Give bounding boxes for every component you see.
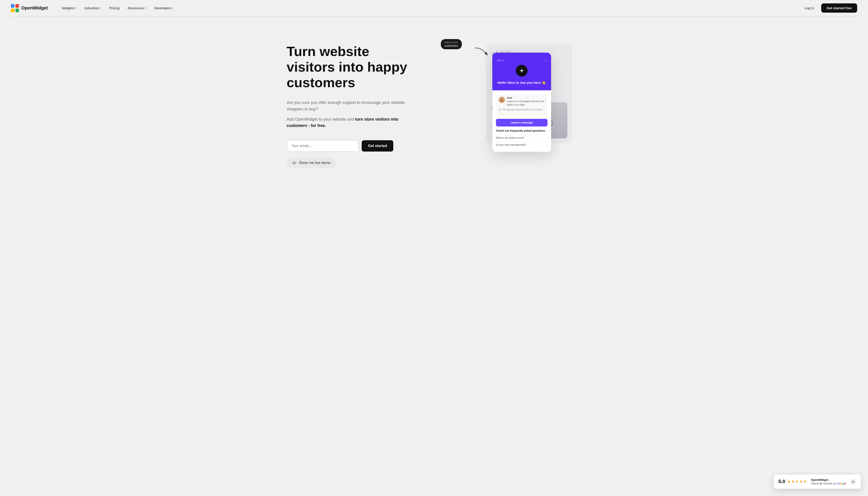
eye-icon [292, 160, 297, 165]
hero-input-row: Get started [287, 140, 418, 152]
nav-item-widgets[interactable]: Widgets ▾ [59, 4, 79, 12]
navigation: OpenWidget Widgets ▾ Industries ▾ Pricin… [0, 0, 868, 16]
nav-item-pricing[interactable]: Pricing [106, 4, 123, 12]
nav-item-developers[interactable]: Developers ▾ [151, 4, 176, 12]
agent-name: Josh [507, 97, 545, 99]
svg-point-4 [293, 162, 296, 164]
hero-title: Turn website visitors into happy custome… [287, 44, 418, 90]
rating-score-area: 5.0 ★★★★★ [778, 479, 807, 485]
google-g-blue: G [837, 482, 839, 485]
svg-rect-3 [15, 9, 19, 12]
svg-rect-2 [11, 9, 14, 12]
widget-header: New In — Hello! Nice to see you here 👋 [492, 52, 551, 90]
rating-brand: OpenWidget [811, 478, 846, 482]
bot-icon [516, 65, 527, 77]
get-started-hero-button[interactable]: Get started [362, 140, 393, 152]
nav-actions: Log In Get started free [801, 3, 857, 13]
sparkle-icon [519, 67, 525, 74]
hero-right: el bike off tions [427, 34, 581, 152]
rating-score: 5.0 [778, 479, 785, 484]
logo[interactable]: OpenWidget [11, 4, 48, 12]
rating-review-text: Check 21 reviews on Google [811, 482, 846, 485]
demo-button[interactable]: Show me live demo [287, 157, 336, 168]
google-g-red2: e [845, 482, 846, 485]
agent-avatar [499, 97, 505, 103]
faq-chevron-2: › [547, 143, 548, 146]
nav-links: Widgets ▾ Industries ▾ Pricing Resources… [59, 4, 801, 12]
chevron-down-icon: ▾ [100, 7, 101, 9]
rating-card: 5.0 ★★★★★ OpenWidget Check 21 reviews on… [774, 475, 861, 489]
leave-message-button[interactable]: Leave a message [496, 119, 548, 126]
hero-subtitle-1: Are you sure you offer enough support to… [287, 99, 418, 112]
email-input[interactable] [287, 140, 359, 152]
agent-message: Leave us a message and we'll get back to… [507, 99, 545, 107]
hero-subtitle-2: Add OpenWidget to your website and turn … [287, 116, 418, 129]
chevron-down-icon: ▾ [75, 7, 76, 9]
nav-item-resources[interactable]: Resources ▾ [124, 4, 149, 12]
clock-icon [499, 108, 502, 111]
widget-new-in: New In [497, 59, 505, 62]
widget-faq-title: Check our frequently asked questions [496, 129, 548, 133]
logo-icon [11, 4, 19, 12]
person-icon [499, 97, 504, 102]
logo-text: OpenWidget [21, 5, 48, 11]
widget-agent-row: Josh Leave us a message and we'll get ba… [499, 97, 545, 107]
get-started-nav-button[interactable]: Get started free [821, 3, 857, 13]
rating-stars: ★★★★★ [787, 479, 807, 484]
close-rating-button[interactable]: ✕ [850, 479, 856, 485]
faq-item-1[interactable]: What is the delivery time? › [496, 134, 548, 141]
widget-body: Josh Leave us a message and we'll get ba… [492, 90, 551, 152]
hero-section: Turn website visitors into happy custome… [276, 16, 592, 496]
svg-rect-0 [11, 4, 14, 8]
customers-arrow [473, 46, 491, 59]
chevron-down-icon: ▾ [172, 7, 173, 9]
hero-left: Turn website visitors into happy custome… [287, 34, 418, 168]
faq-item-2[interactable]: Do you ship internationally? › [496, 141, 548, 148]
widget-greeting: Hello! Nice to see you here 👋 [497, 80, 547, 85]
svg-point-5 [294, 162, 295, 164]
login-button[interactable]: Log In [801, 4, 818, 12]
response-time: We typically respond within a few hours [499, 108, 545, 111]
svg-rect-1 [15, 4, 19, 8]
chevron-down-icon: ▾ [145, 7, 146, 9]
nav-item-industries[interactable]: Industries ▾ [81, 4, 104, 12]
widget-card: New In — Hello! Nice to see you here 👋 [492, 52, 551, 152]
faq-chevron-1: › [547, 136, 548, 139]
google-g-yellow: o [841, 482, 842, 485]
minimize-icon[interactable]: — [544, 59, 547, 62]
customers-tooltip: help for your customers [441, 39, 462, 49]
widget-message-box: Josh Leave us a message and we'll get ba… [496, 94, 548, 116]
widget-header-top: New In — [497, 59, 547, 62]
agent-info: Josh Leave us a message and we'll get ba… [507, 97, 545, 107]
google-g-blue2: g [842, 482, 844, 485]
svg-point-10 [501, 98, 503, 100]
rating-info: OpenWidget Check 21 reviews on Google [811, 478, 846, 485]
